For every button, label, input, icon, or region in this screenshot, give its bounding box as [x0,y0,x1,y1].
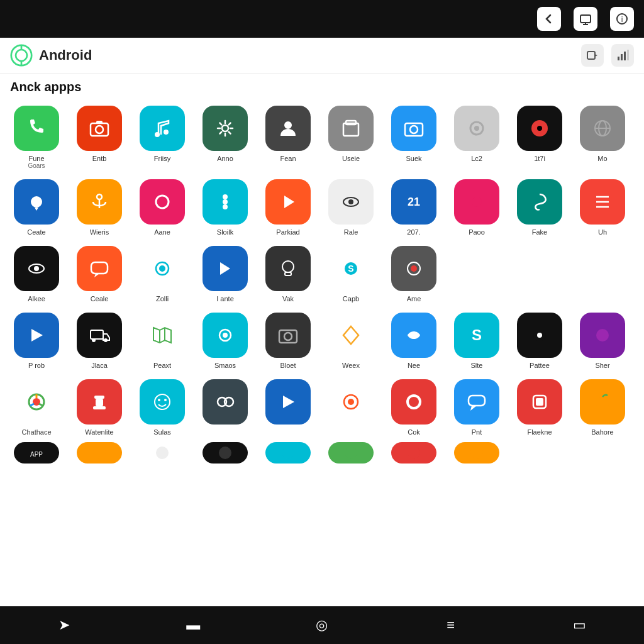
app-label-4-9: Bahore [591,428,613,436]
partial-app-item-1[interactable] [68,441,131,472]
back-button[interactable] [537,7,561,31]
svg-rect-63 [91,330,103,339]
app-label-3-4: Bloet [280,362,296,369]
svg-rect-84 [96,399,103,406]
app-item-1-3[interactable]: Sloilk [194,174,257,241]
app-item-4-2[interactable]: Sulas [131,374,194,441]
svg-point-39 [223,199,228,204]
partial-app-item-6[interactable] [382,441,445,472]
app-item-4-6[interactable]: Cok [382,374,445,441]
app-label-0-3: Anno [217,155,233,162]
app-label-1-7: Paoo [469,228,485,236]
app-item-4-4[interactable] [257,374,319,441]
screen-record-btn[interactable] [581,44,604,67]
svg-point-72 [284,333,292,340]
app-icon-4-2 [140,379,185,425]
app-item-1-0[interactable]: Ceate [5,174,68,241]
app-item-0-1[interactable]: Entb [68,101,131,174]
app-item-3-3[interactable]: Smaos [194,308,257,374]
svg-point-16 [96,126,103,133]
partial-app-item-2[interactable] [131,441,194,472]
svg-point-99 [596,397,609,409]
svg-rect-57 [285,272,291,275]
svg-point-50 [34,266,39,271]
app-icon-0-9 [580,106,625,151]
app-row-4: ChathaceWatenliteSulasCokPntFlaekneBahor… [5,374,639,441]
app-item-3-8[interactable]: Pattee [508,308,571,374]
app-icon-1-0 [14,179,59,225]
app-label-4-1: Watenlite [85,428,113,436]
info-button[interactable]: i [610,7,634,31]
svg-point-106 [408,447,420,459]
svg-point-107 [470,447,483,459]
app-icon-2-4 [265,246,311,291]
app-item-2-2[interactable]: Zolli [131,241,194,308]
app-item-2-4[interactable]: Vak [257,241,319,308]
svg-point-94 [408,396,420,408]
app-item-2-5[interactable]: SCapb [319,241,382,308]
app-item-0-2[interactable]: Friisy [131,101,194,174]
app-item-4-0[interactable]: Chathace [5,374,68,441]
svg-point-18 [155,132,160,137]
app-item-3-7[interactable]: SSlte [445,308,508,374]
app-item-0-3[interactable]: Anno [194,101,257,174]
app-item-1-6[interactable]: 21207. [382,174,445,241]
app-item-4-7[interactable]: Pnt [445,374,508,441]
app-item-2-3[interactable]: I ante [194,241,257,308]
app-label-0-6: Suek [406,155,421,162]
screen-button[interactable] [574,7,597,31]
app-item-1-7[interactable]: Paoo [445,174,508,241]
app-item-4-5[interactable] [319,374,382,441]
svg-point-25 [410,126,418,133]
app-item-0-6[interactable]: Suek [382,101,445,174]
app-item-3-2[interactable]: Peaxt [131,308,194,374]
svg-text:S: S [348,264,353,274]
app-item-0-0[interactable]: FuneGoars [5,101,68,174]
circle-icon[interactable]: ◎ [307,610,337,640]
svg-rect-51 [91,262,108,274]
app-item-3-6[interactable]: Nee [382,308,445,374]
rect-icon[interactable]: ▭ [565,610,595,640]
app-item-2-1[interactable]: Ceale [68,241,131,308]
app-label-0-9: Mo [597,155,607,162]
app-item-1-2[interactable]: Aane [131,174,194,241]
app-icon-3-1 [77,313,122,358]
app-item-0-7[interactable]: Lc2 [445,101,508,174]
app-item-4-8[interactable]: Flaekne [508,374,571,441]
svg-marker-91 [283,396,294,408]
app-item-0-9[interactable]: Mo [571,101,634,174]
app-item-2-0[interactable]: Alkee [5,241,68,308]
app-item-4-9[interactable]: Bahore [571,374,634,441]
partial-app-item-7[interactable] [445,441,508,472]
app-item-3-0[interactable]: P rob [5,308,68,374]
signal-btn[interactable] [611,44,634,67]
partial-app-item-4[interactable] [257,441,319,472]
menu-icon[interactable]: ≡ [436,610,466,640]
app-item-2-6[interactable]: Ame [382,241,445,308]
app-item-1-8[interactable]: Fake [508,174,571,241]
app-icon-1-1 [77,179,122,225]
app-item-0-5[interactable]: Useie [319,101,382,174]
window-icon[interactable]: ▬ [178,610,208,640]
app-item-1-5[interactable]: Rale [319,174,382,241]
app-label-2-1: Ceale [91,295,109,303]
app-item-3-5[interactable]: Weex [319,308,382,374]
app-item-0-8[interactable]: 1t7i [508,101,571,174]
app-item-4-3[interactable] [194,374,257,441]
app-item-0-4[interactable]: Fean [257,101,319,174]
app-label-1-0: Ceate [27,228,45,236]
app-item-1-1[interactable]: Wieris [68,174,131,241]
partial-app-item-0[interactable]: APP [5,441,68,472]
app-item-1-4[interactable]: Parkiad [257,174,319,241]
svg-point-61 [411,265,417,272]
app-item-3-9[interactable]: Sher [571,308,634,374]
partial-app-item-5[interactable] [319,441,382,472]
app-item-1-9[interactable]: Uh [571,174,634,241]
app-icon-3-3 [203,313,248,358]
app-item-4-1[interactable]: Watenlite [68,374,131,441]
partial-app-item-3[interactable] [194,441,257,472]
app-icon-4-3 [203,379,248,425]
arrow-icon[interactable]: ➤ [49,610,79,640]
app-item-3-4[interactable]: Bloet [257,308,319,374]
app-item-3-1[interactable]: Jlaca [68,308,131,374]
